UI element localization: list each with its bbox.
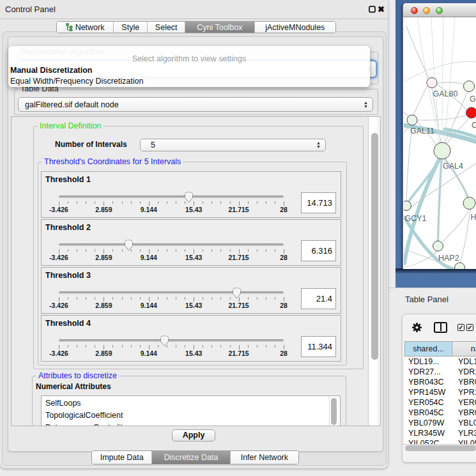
tab-label: Style bbox=[121, 23, 139, 32]
network-canvas[interactable]: GAL80GAL3CYCGAL11GAL4GCY1HISHAP2 bbox=[404, 17, 476, 269]
slider-tick bbox=[149, 249, 150, 254]
close-icon[interactable]: ✖ bbox=[378, 4, 385, 14]
slider-tick bbox=[86, 249, 86, 252]
slider-track[interactable] bbox=[59, 339, 284, 342]
slider-tick bbox=[158, 345, 158, 348]
threshold-label-2: Threshold 2 bbox=[45, 223, 91, 232]
network-node-his[interactable] bbox=[463, 197, 475, 210]
tab-select[interactable]: Select bbox=[148, 22, 185, 33]
settings-scrollbar[interactable] bbox=[368, 117, 380, 426]
column-header-1[interactable]: shared... bbox=[404, 341, 452, 357]
slider-tick bbox=[59, 201, 59, 206]
settings-scrollbar-thumb[interactable] bbox=[371, 133, 378, 360]
column-layout-icon[interactable] bbox=[434, 322, 447, 333]
network-tree-icon bbox=[66, 23, 73, 31]
slider-tick bbox=[140, 201, 141, 204]
slider-tick bbox=[194, 249, 194, 254]
column-header-2[interactable]: name bbox=[452, 341, 476, 357]
network-node-label: HIS bbox=[471, 213, 476, 222]
table-row[interactable]: YLR345WYLR345W bbox=[404, 428, 476, 438]
slider-tick bbox=[257, 249, 257, 252]
table-hscrollbar-thumb[interactable] bbox=[405, 445, 476, 451]
dropdown-item-manual-discretization[interactable]: Manual Discretization bbox=[8, 65, 370, 77]
network-node-gal11[interactable] bbox=[407, 115, 417, 125]
slider-tick bbox=[68, 201, 68, 204]
slider-thumb-4[interactable] bbox=[160, 335, 169, 347]
slider-tick bbox=[230, 345, 231, 348]
tab-style[interactable]: Style bbox=[114, 22, 148, 33]
slider-tick bbox=[257, 297, 257, 300]
slider-tick bbox=[77, 297, 77, 300]
network-node-gcy1[interactable] bbox=[404, 201, 411, 211]
slider-thumb-1[interactable] bbox=[184, 192, 194, 203]
slider-tick bbox=[104, 345, 104, 349]
cell-name: YIL052C bbox=[452, 438, 476, 444]
attributes-list-scrollbar-thumb[interactable] bbox=[331, 398, 337, 425]
threshold-value-field-3[interactable]: 21.4 bbox=[301, 288, 336, 309]
threshold-value-field-1[interactable]: 14.713 bbox=[301, 192, 336, 213]
tab-label: Infer Network bbox=[241, 453, 288, 462]
apply-button[interactable]: Apply bbox=[172, 429, 215, 441]
slider-thumb-2[interactable] bbox=[124, 240, 134, 251]
table-row[interactable]: YIL052CYIL052C bbox=[404, 438, 476, 444]
table-row[interactable]: YDR27...YDR277C bbox=[404, 367, 476, 377]
cell-shared-name: YER054C bbox=[404, 397, 452, 408]
network-node-gal80[interactable] bbox=[427, 78, 437, 88]
slider-track[interactable] bbox=[59, 291, 284, 294]
checkbox-icon[interactable]: ✓ bbox=[466, 324, 473, 331]
attribute-item-topologicalcoefficient[interactable]: TopologicalCoefficient bbox=[42, 410, 340, 422]
network-node-unlabeled[interactable] bbox=[455, 263, 465, 269]
threshold-value-field-2[interactable]: 6.316 bbox=[301, 240, 336, 261]
network-window-titlebar[interactable] bbox=[403, 3, 476, 17]
table-data-combobox[interactable]: galFiltered.sif default node ▲▼ bbox=[18, 97, 373, 112]
tab-discretize-data[interactable]: Discretize Data bbox=[152, 451, 230, 464]
table-row[interactable]: YBR045CYBR045C bbox=[404, 408, 476, 418]
table-row[interactable]: YBL079WYBL079W bbox=[404, 418, 476, 428]
close-traffic-light-icon[interactable] bbox=[411, 7, 418, 14]
attribute-item-selfloops[interactable]: SelfLoops bbox=[42, 397, 340, 410]
slider-tick bbox=[149, 345, 150, 349]
float-window-icon[interactable] bbox=[369, 6, 376, 13]
tab-jactivemnodules[interactable]: jActiveMNodules bbox=[255, 22, 335, 33]
checkbox-icon[interactable]: ✓ bbox=[457, 324, 464, 331]
table-row[interactable]: YPR145WYPR145W bbox=[404, 387, 476, 397]
network-node-gal4[interactable] bbox=[434, 142, 450, 159]
attributes-list-scrollbar[interactable] bbox=[329, 396, 340, 426]
table-row[interactable]: YBR043CYBR043C bbox=[404, 377, 476, 387]
table-row[interactable]: YDL19...YDL194W bbox=[404, 357, 476, 367]
slider-tick bbox=[122, 297, 123, 300]
slider-tick bbox=[284, 297, 284, 302]
table-row[interactable]: YER054CYER054C bbox=[404, 397, 476, 408]
network-edge bbox=[438, 159, 442, 243]
slider-tick bbox=[167, 201, 167, 204]
tab-network[interactable]: Network bbox=[57, 22, 114, 33]
tab-impute-data[interactable]: Impute Data bbox=[92, 451, 152, 464]
slider-tick bbox=[275, 249, 275, 252]
zoom-traffic-light-icon[interactable] bbox=[436, 7, 443, 14]
dropdown-item-equal-width-frequency-discretization[interactable]: Equal Width/Frequency Discretization bbox=[8, 76, 370, 88]
threshold-value-field-4[interactable]: 11.344 bbox=[301, 336, 336, 357]
network-node-hap2[interactable] bbox=[433, 241, 443, 251]
slider-track[interactable] bbox=[59, 243, 284, 246]
network-node-label: GAL11 bbox=[410, 127, 434, 135]
slider-thumb-3[interactable] bbox=[232, 288, 242, 299]
number-of-intervals-combobox[interactable]: 5 ▲▼ bbox=[140, 139, 326, 151]
tab-infer-network[interactable]: Infer Network bbox=[231, 451, 298, 464]
slider-tick bbox=[112, 297, 113, 300]
numerical-attributes-list[interactable]: SelfLoopsTopologicalCoefficientBetweenne… bbox=[41, 395, 341, 426]
slider-tick bbox=[257, 345, 257, 348]
network-node-gal3[interactable] bbox=[464, 81, 475, 92]
slider-tick bbox=[248, 201, 249, 204]
gear-icon[interactable] bbox=[411, 322, 422, 333]
network-node-cyc[interactable] bbox=[466, 107, 476, 118]
network-window-bottom-edge bbox=[395, 268, 476, 273]
attribute-item-betweennesscentrality[interactable]: BetweennessCentrality bbox=[42, 422, 340, 426]
slider-tick-label: -3.426 bbox=[40, 302, 78, 309]
minimize-traffic-light-icon[interactable] bbox=[423, 7, 430, 14]
slider-tick bbox=[167, 249, 167, 252]
slider-tick bbox=[68, 297, 68, 300]
tab-cyni-toolbox[interactable]: Cyni Toolbox bbox=[185, 22, 255, 33]
slider-tick bbox=[158, 201, 158, 204]
slider-track[interactable] bbox=[59, 196, 284, 198]
slider-tick bbox=[239, 345, 240, 349]
